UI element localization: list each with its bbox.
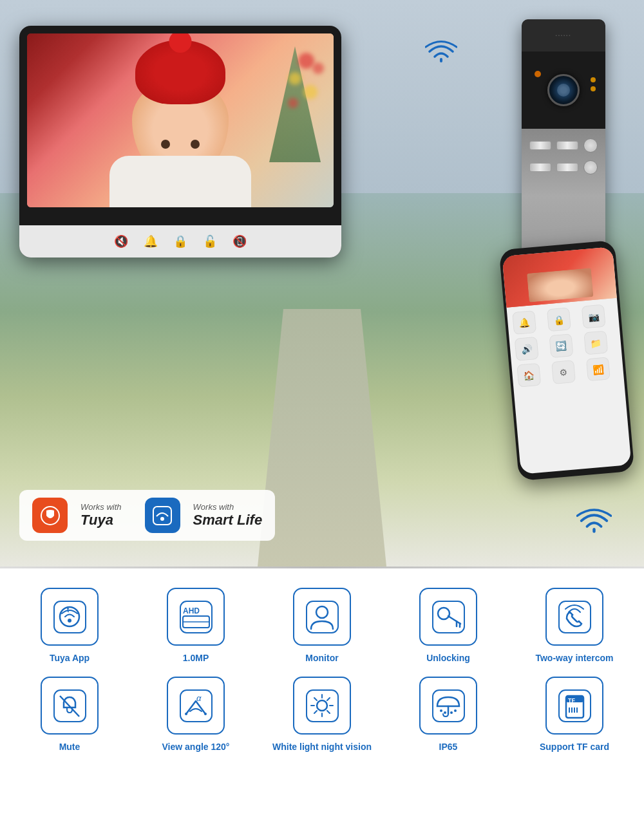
tuya-logo xyxy=(32,498,68,533)
phone-app-icon: ⚙ xyxy=(551,360,576,384)
feature-intercom: Two-way intercom xyxy=(518,588,631,664)
monitor-body: 🔇 🔔 🔒 🔓 📵 xyxy=(19,26,341,258)
svg-point-45 xyxy=(450,711,453,714)
night-vision-icon-box xyxy=(293,677,351,735)
phone-screen: 🔔 🔒 📷 🔊 🔄 📁 🏠 ⚙ 📶 xyxy=(502,247,632,474)
svg-point-46 xyxy=(454,709,457,712)
svg-text:AHD: AHD xyxy=(183,606,200,615)
svg-point-44 xyxy=(444,711,446,714)
svg-line-40 xyxy=(314,711,317,713)
svg-point-43 xyxy=(440,709,442,712)
svg-point-32 xyxy=(317,700,327,711)
doorbell-speaker xyxy=(522,19,605,52)
features-row-2: Mute α View angle 120° xyxy=(13,677,631,753)
features-section: t Tuya App AHD 1.0MP xyxy=(0,568,644,824)
svg-point-29 xyxy=(185,713,187,715)
svg-line-39 xyxy=(327,698,330,700)
lock-icon: 🔒 xyxy=(173,234,187,248)
feature-tuya-app: t Tuya App xyxy=(13,588,126,664)
phone-app-icon: 🔊 xyxy=(515,337,539,361)
smartlife-logo xyxy=(145,498,180,533)
svg-point-30 xyxy=(204,713,207,715)
monitor-icon-box xyxy=(293,588,351,646)
unlocking-icon-box xyxy=(419,588,477,646)
monitor-device: 🔇 🔔 🔒 🔓 📵 xyxy=(19,26,341,270)
unlock-icon: 🔓 xyxy=(203,234,217,248)
svg-line-37 xyxy=(314,698,317,700)
phone-app-icons: 🔔 🔒 📷 🔊 🔄 📁 🏠 ⚙ 📶 xyxy=(506,298,624,393)
svg-rect-24 xyxy=(559,601,591,633)
feature-resolution: AHD 1.0MP xyxy=(139,588,252,664)
svg-line-38 xyxy=(327,711,330,713)
intercom-icon-box xyxy=(545,588,603,646)
monitor-screen xyxy=(27,33,334,207)
mute-icon: 🔇 xyxy=(114,234,128,248)
feature-night-vision: White light night vision xyxy=(265,677,379,753)
phone-app-icon: 🔄 xyxy=(549,333,574,358)
mute-label: Mute xyxy=(59,741,80,753)
view-angle-label: View angle 120° xyxy=(162,741,230,753)
monitor-controls: 🔇 🔔 🔒 🔓 📵 xyxy=(19,225,341,258)
unlocking-label: Unlocking xyxy=(426,652,470,664)
svg-rect-47 xyxy=(559,690,591,722)
branding-bar: Works with Tuya Works with Smart Life xyxy=(19,490,275,541)
mute-icon-box xyxy=(41,677,99,735)
tf-card-label: Support TF card xyxy=(540,741,609,753)
feature-ip65: IP65 xyxy=(392,677,505,753)
phone-app-icon: 🔒 xyxy=(547,307,571,332)
resolution-label: 1.0MP xyxy=(183,652,209,664)
camera-sensor xyxy=(535,71,541,77)
phone-app-icon: 📷 xyxy=(582,304,606,329)
tuya-app-icon-box: t xyxy=(41,588,99,646)
svg-text:α: α xyxy=(196,693,202,703)
svg-point-8 xyxy=(160,517,164,521)
svg-point-11 xyxy=(68,619,71,623)
ip65-icon-box xyxy=(419,677,477,735)
doorbell-camera-unit xyxy=(522,19,605,264)
feature-unlocking: Unlocking xyxy=(392,588,505,664)
phone-app-icon: 🔔 xyxy=(512,310,536,335)
smartlife-brand-name: Smart Life xyxy=(193,512,263,529)
doorbell-camera-area xyxy=(522,52,605,129)
wifi-icon-top xyxy=(425,39,457,70)
camera-lens xyxy=(547,74,580,106)
feature-mute: Mute xyxy=(13,677,126,753)
ring-icon: 🔔 xyxy=(144,234,158,248)
tuya-app-label: Tuya App xyxy=(50,652,90,664)
tuya-brand-name: Tuya xyxy=(80,512,122,529)
product-hero: 🔇 🔔 🔒 🔓 📵 xyxy=(0,0,644,566)
svg-text:TF: TF xyxy=(568,697,575,704)
feature-monitor: Monitor xyxy=(265,588,379,664)
tf-card-icon-box: TF xyxy=(545,677,603,735)
smartlife-text: Works with Smart Life xyxy=(193,502,263,529)
svg-rect-7 xyxy=(153,507,171,525)
phone-app-icon: 📁 xyxy=(583,330,608,355)
view-angle-icon-box: α xyxy=(167,677,225,735)
background-road xyxy=(258,309,386,566)
features-row-1: t Tuya App AHD 1.0MP xyxy=(13,588,631,664)
smartlife-works-with-label: Works with xyxy=(193,502,263,512)
night-vision-label: White light night vision xyxy=(272,741,372,753)
phone-app-icon: 🏠 xyxy=(516,363,541,388)
phone-app-header xyxy=(502,247,617,308)
feature-tf-card: TF Support TF card xyxy=(518,677,631,753)
wifi-icon-doorbell xyxy=(576,507,612,541)
phone-app-icon: 📶 xyxy=(586,357,611,381)
tuya-works-with-label: Works with xyxy=(80,502,122,512)
tuya-text: Works with Tuya xyxy=(80,502,122,529)
smartphone: 🔔 🔒 📷 🔊 🔄 📁 🏠 ⚙ 📶 xyxy=(499,240,635,481)
feature-view-angle: α View angle 120° xyxy=(139,677,252,753)
svg-line-21 xyxy=(448,616,460,624)
monitor-label: Monitor xyxy=(305,652,338,664)
call-end-icon: 📵 xyxy=(232,234,247,248)
svg-point-18 xyxy=(316,606,328,618)
svg-rect-9 xyxy=(54,601,86,633)
svg-point-20 xyxy=(438,608,450,619)
ahd-icon-box: AHD xyxy=(167,588,225,646)
ip65-label: IP65 xyxy=(439,741,458,753)
svg-line-26 xyxy=(60,696,79,716)
intercom-label: Two-way intercom xyxy=(535,652,613,664)
